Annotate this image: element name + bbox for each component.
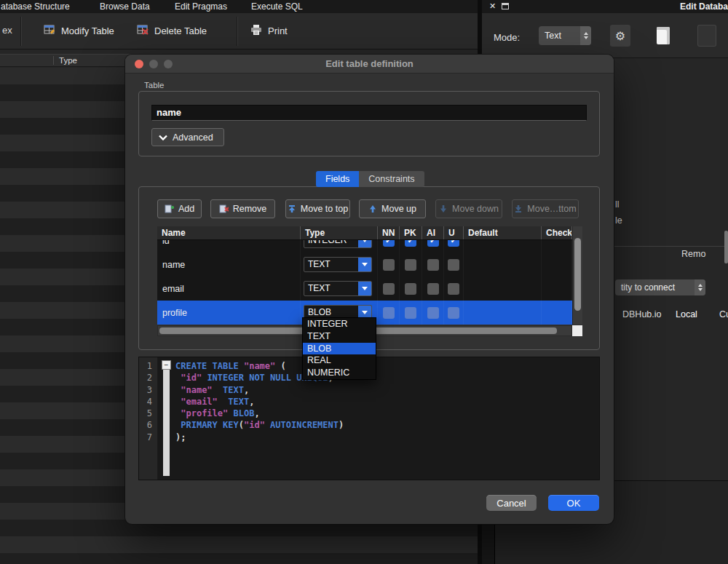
advanced-toggle[interactable]: Advanced bbox=[151, 128, 224, 146]
edge-scrollbar[interactable] bbox=[724, 231, 728, 263]
toolbar-cut-label[interactable]: ex bbox=[2, 25, 12, 36]
type-column-header[interactable]: Type bbox=[59, 56, 77, 65]
structure-row[interactable] bbox=[0, 536, 478, 553]
u-checkbox[interactable] bbox=[448, 307, 459, 319]
grid-header-ai[interactable]: AI bbox=[422, 226, 444, 239]
u-checkbox[interactable] bbox=[448, 283, 459, 295]
type-combobox[interactable]: TEXT bbox=[304, 257, 372, 272]
move-down-button[interactable]: Move down bbox=[435, 199, 502, 218]
line-number: 5 bbox=[139, 408, 157, 419]
gear-icon: ⚙ bbox=[615, 29, 625, 43]
move-bottom-icon bbox=[514, 204, 523, 213]
minimize-traffic-light[interactable] bbox=[149, 60, 158, 68]
partially-scrolled-row: idINTEGER✓✓✓✓ bbox=[157, 240, 572, 253]
close-icon[interactable]: ✕ bbox=[489, 1, 496, 11]
modify-table-button[interactable]: Modify Table bbox=[44, 13, 114, 49]
nn-checkbox[interactable]: ✓ bbox=[383, 240, 395, 247]
move-top-label: Move to top bbox=[301, 204, 348, 214]
cancel-button[interactable]: Cancel bbox=[486, 495, 537, 511]
settings-button[interactable]: ⚙ bbox=[610, 25, 630, 47]
close-traffic-light[interactable] bbox=[135, 60, 143, 68]
type-option-real[interactable]: REAL bbox=[303, 354, 376, 367]
u-checkbox[interactable] bbox=[448, 259, 459, 271]
pk-checkbox[interactable] bbox=[405, 259, 416, 271]
float-window-icon[interactable] bbox=[502, 3, 509, 9]
type-option-integer[interactable]: INTEGER bbox=[303, 318, 376, 330]
grid-header-type[interactable]: Type bbox=[301, 226, 378, 239]
pk-checkbox[interactable] bbox=[405, 283, 416, 295]
nn-checkbox[interactable] bbox=[383, 307, 395, 319]
nn-checkbox[interactable] bbox=[383, 259, 395, 271]
combobox-arrow-icon bbox=[358, 282, 371, 295]
grid-header-name[interactable]: Name bbox=[157, 226, 301, 239]
grid-header-u[interactable]: U bbox=[444, 226, 464, 239]
grid-cell bbox=[400, 277, 422, 301]
move-to-top-button[interactable]: Move to top bbox=[285, 199, 350, 218]
tab-edit-pragmas[interactable]: Edit Pragmas bbox=[175, 1, 227, 12]
ai-checkbox[interactable]: ✓ bbox=[427, 240, 439, 247]
identity-select[interactable]: tity to connect bbox=[615, 279, 705, 295]
type-option-numeric[interactable]: NUMERIC bbox=[303, 367, 376, 379]
tab-local[interactable]: Local bbox=[676, 309, 697, 319]
grid-cell bbox=[444, 277, 464, 301]
field-row-email[interactable]: emailTEXT bbox=[157, 277, 572, 301]
fields-constraints-tabs: Fields Constraints bbox=[316, 171, 424, 187]
tab-constraints[interactable]: Constraints bbox=[359, 171, 424, 187]
ai-checkbox[interactable] bbox=[427, 259, 439, 271]
move-to-bottom-button[interactable]: Move…ttom bbox=[512, 199, 579, 218]
dialog-titlebar[interactable]: Edit table definition bbox=[125, 55, 614, 74]
nn-checkbox[interactable] bbox=[383, 283, 395, 295]
pk-checkbox[interactable]: ✓ bbox=[405, 240, 416, 247]
table-name-input[interactable]: name bbox=[151, 105, 587, 121]
tab-browse-data[interactable]: Browse Data bbox=[100, 1, 150, 12]
move-down-label: Move down bbox=[452, 204, 499, 214]
code-fold-icon[interactable]: − bbox=[162, 360, 171, 370]
ai-checkbox[interactable] bbox=[427, 283, 439, 295]
delete-table-button[interactable]: Delete Table bbox=[137, 13, 207, 49]
remove-icon bbox=[219, 204, 229, 214]
pk-checkbox[interactable] bbox=[405, 307, 416, 319]
tab-execute-sql[interactable]: Execute SQL bbox=[251, 1, 303, 12]
grid-cell bbox=[400, 253, 422, 277]
new-file-button[interactable] bbox=[654, 25, 673, 47]
grid-vertical-scrollbar[interactable] bbox=[572, 226, 582, 325]
type-combobox[interactable]: TEXT bbox=[304, 281, 372, 296]
zoom-traffic-light[interactable] bbox=[164, 60, 173, 68]
tab-database-structure[interactable]: atabase Structure bbox=[1, 1, 70, 12]
scrollbar-handle[interactable] bbox=[574, 238, 581, 311]
grid-header-nn[interactable]: NN bbox=[378, 226, 400, 239]
grid-cell bbox=[464, 277, 542, 301]
line-number: 3 bbox=[139, 384, 157, 396]
print-button[interactable]: Print bbox=[250, 13, 288, 49]
grid-header-check[interactable]: Check bbox=[542, 226, 572, 239]
field-name-cell: name bbox=[157, 253, 301, 277]
grid-cell: ✓ bbox=[444, 240, 464, 253]
type-option-blob[interactable]: BLOB bbox=[303, 343, 376, 355]
grid-header-pk[interactable]: PK bbox=[400, 226, 422, 239]
add-field-button[interactable]: Add bbox=[157, 199, 202, 218]
tab-fields[interactable]: Fields bbox=[316, 171, 359, 187]
mode-select-value: Text bbox=[539, 31, 580, 41]
tab-dbhub[interactable]: DBHub.io bbox=[622, 309, 662, 319]
type-option-text[interactable]: TEXT bbox=[303, 330, 376, 343]
dimmed-tool-button[interactable] bbox=[697, 25, 716, 47]
field-row-name[interactable]: nameTEXT bbox=[157, 253, 572, 277]
type-combobox[interactable]: INTEGER bbox=[304, 240, 372, 248]
cut-label-2: le bbox=[615, 215, 622, 226]
line-number: 4 bbox=[139, 396, 157, 408]
table-groupbox bbox=[138, 91, 600, 156]
move-up-button[interactable]: Move up bbox=[359, 199, 426, 218]
grid-cell bbox=[542, 301, 572, 325]
combobox-arrow-icon bbox=[358, 258, 371, 271]
u-checkbox[interactable]: ✓ bbox=[448, 240, 459, 247]
remove-field-button[interactable]: Remove bbox=[210, 199, 275, 218]
grid-header-default[interactable]: Default bbox=[464, 226, 542, 239]
tab-current[interactable]: Cu bbox=[719, 309, 728, 319]
line-number: 2 bbox=[139, 372, 157, 384]
field-row-id[interactable]: idINTEGER✓✓✓✓ bbox=[157, 240, 572, 253]
ok-button[interactable]: OK bbox=[548, 495, 599, 511]
structure-row[interactable] bbox=[0, 553, 478, 564]
mode-select[interactable]: Text bbox=[539, 26, 591, 45]
new-file-icon bbox=[657, 27, 670, 44]
ai-checkbox[interactable] bbox=[427, 307, 439, 319]
